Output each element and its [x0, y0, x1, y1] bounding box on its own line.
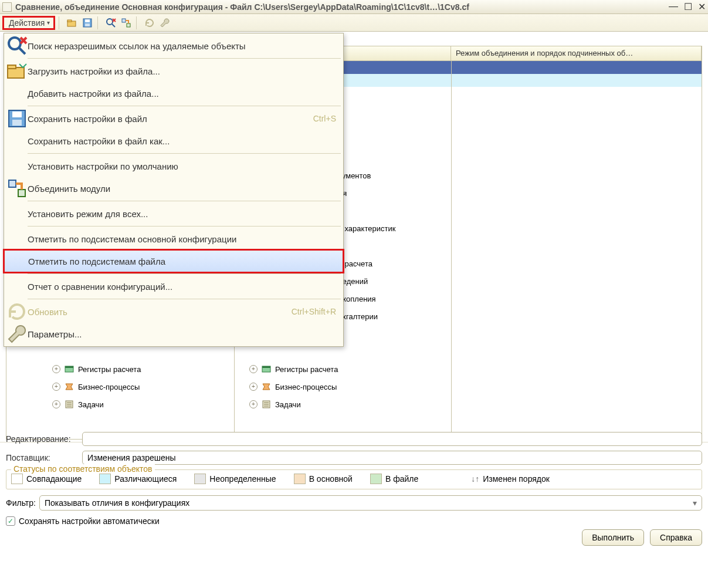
merge-modules-icon[interactable]: [120, 16, 133, 29]
search-remove-icon[interactable]: [104, 16, 117, 29]
menu-find-unresolved[interactable]: Поиск неразрешимых ссылок на удаляемые о…: [4, 35, 343, 57]
expander-icon[interactable]: +: [52, 365, 60, 373]
legend-match: Совпадающие: [11, 474, 82, 484]
open-folder-icon[interactable]: [66, 16, 79, 29]
svg-rect-10: [127, 23, 130, 27]
menu-save-settings-as[interactable]: Сохранить настройки в файл как...: [4, 130, 343, 152]
supplier-field[interactable]: Изменения разрешены: [82, 451, 702, 465]
process-icon: [261, 381, 272, 392]
svg-rect-32: [9, 180, 16, 187]
maximize-button[interactable]: ☐: [684, 1, 692, 12]
menu-default-settings[interactable]: Установить настройки по умолчанию: [4, 155, 343, 177]
menu-label: Обновить: [28, 307, 292, 317]
menu-separator: [28, 153, 341, 154]
window-title: Сравнение, объединение Основная конфигур…: [15, 2, 669, 12]
toolbar-separator: [97, 16, 101, 29]
process-icon: [64, 381, 74, 392]
menu-separator: [28, 58, 341, 59]
legend-label: Различающиеся: [114, 474, 177, 484]
menu-save-settings[interactable]: Сохранить настройки в файл Ctrl+S: [4, 107, 343, 130]
menu-label: Поиск неразрешимых ссылок на удаляемые о…: [28, 41, 336, 51]
statuses-group: Статусы по соответствиям объектов Совпад…: [6, 469, 702, 489]
svg-rect-33: [18, 190, 25, 197]
autosave-checkbox[interactable]: ✓: [6, 516, 15, 526]
legend-label: В основной: [309, 474, 353, 484]
main-tree-visible: + Регистры расчета + Бизнес-процессы + З…: [52, 360, 228, 413]
tree-label: Бизнес-процессы: [78, 383, 140, 391]
autosave-label: Сохранять настройки автоматически: [19, 516, 160, 526]
refresh-icon[interactable]: [143, 16, 156, 29]
swatch-match: [11, 474, 23, 484]
menu-merge-modules[interactable]: Объединить модули: [4, 177, 343, 200]
tree-label: Задачи: [275, 400, 301, 409]
edit-field[interactable]: [82, 432, 702, 446]
actions-button[interactable]: Действия ▾: [2, 16, 55, 30]
autosave-row[interactable]: ✓ Сохранять настройки автоматически: [6, 516, 702, 526]
file-tree-fragment: и кументов ия в характеристик в в расчет…: [338, 149, 395, 325]
menu-label: Сохранить настройки в файл: [28, 114, 313, 124]
help-button[interactable]: Справка: [650, 529, 702, 546]
chevron-down-icon: ▾: [693, 498, 697, 508]
menu-label: Загрузить настройки из файла...: [28, 66, 336, 76]
menu-load-settings[interactable]: Загрузить настройки из файла...: [4, 60, 343, 82]
legend-label: В файле: [385, 474, 418, 484]
wrench-icon: [6, 323, 28, 344]
save-icon[interactable]: [81, 16, 94, 29]
expander-icon[interactable]: +: [249, 383, 258, 391]
tree-label: Бизнес-процессы: [275, 383, 337, 391]
legend-order-changed: ↓↑Изменен порядок: [471, 474, 550, 484]
menu-label: Объединить модули: [28, 184, 336, 194]
menu-refresh[interactable]: Обновить Ctrl+Shift+R: [4, 300, 343, 323]
expander-icon[interactable]: +: [249, 400, 258, 408]
tree-item[interactable]: + Задачи: [52, 396, 228, 413]
tree-item[interactable]: + Регистры расчета: [52, 360, 228, 378]
legend-label: Изменен порядок: [483, 474, 550, 484]
tree-label: Регистры расчета: [275, 365, 338, 374]
expander-icon[interactable]: +: [249, 365, 258, 373]
tree-item[interactable]: + Бизнес-процессы: [52, 378, 228, 396]
swatch-main: [294, 474, 306, 484]
menu-params[interactable]: Параметры...: [4, 323, 343, 345]
menu-label: Отметить по подсистемам основной конфигу…: [28, 234, 336, 244]
legend-diff: Различающиеся: [99, 474, 177, 484]
menu-mark-by-file-subsystems[interactable]: Отметить по подсистемам файла: [4, 250, 343, 272]
svg-rect-1: [67, 20, 72, 22]
svg-rect-28: [8, 65, 16, 69]
tree-item[interactable]: + Регистры расчета: [249, 360, 425, 378]
actions-label: Действия: [9, 18, 45, 28]
menu-label: Установить режим для всех...: [28, 209, 336, 219]
legend-main: В основной: [294, 474, 353, 484]
expander-icon[interactable]: +: [52, 400, 60, 408]
menu-label: Установить настройки по умолчанию: [28, 161, 336, 171]
toolbar-separator: [136, 16, 140, 29]
menu-add-settings[interactable]: Добавить настройки из файла...: [4, 82, 343, 104]
updown-icon: ↓↑: [471, 474, 479, 484]
actions-menu: Поиск неразрешимых ссылок на удаляемые о…: [4, 33, 344, 347]
column-divider: [451, 61, 452, 439]
tree-label: Задачи: [78, 400, 104, 409]
svg-rect-9: [122, 19, 126, 22]
wrench-icon[interactable]: [158, 16, 171, 29]
svg-rect-12: [65, 366, 73, 368]
column-header-merge[interactable]: Режим объединения и порядок подчиненных …: [451, 46, 702, 60]
menu-separator: [28, 299, 341, 299]
menu-mark-by-main-subsystems[interactable]: Отметить по подсистемам основной конфигу…: [4, 228, 343, 250]
save-icon: [6, 108, 28, 129]
run-button[interactable]: Выполнить: [582, 529, 644, 546]
menu-compare-report[interactable]: Отчет о сравнении конфигураций...: [4, 275, 343, 298]
expander-icon[interactable]: +: [52, 383, 60, 391]
close-button[interactable]: ✕: [698, 1, 706, 12]
tree-item[interactable]: + Бизнес-процессы: [249, 378, 425, 396]
menu-label: Сохранить настройки в файл как...: [28, 136, 336, 146]
refresh-icon: [6, 301, 28, 322]
minimize-button[interactable]: —: [669, 1, 678, 12]
help-label: Справка: [660, 533, 692, 542]
tree-item[interactable]: + Задачи: [249, 396, 425, 413]
svg-point-5: [107, 19, 113, 25]
filter-select[interactable]: Показывать отличия в конфигурациях ▾: [39, 495, 702, 511]
menu-separator: [28, 106, 341, 106]
menu-set-mode-all[interactable]: Установить режим для всех...: [4, 202, 343, 225]
toolbar: Действия ▾: [0, 14, 708, 32]
swatch-undef: [194, 474, 206, 484]
chevron-down-icon: ▾: [47, 19, 50, 26]
